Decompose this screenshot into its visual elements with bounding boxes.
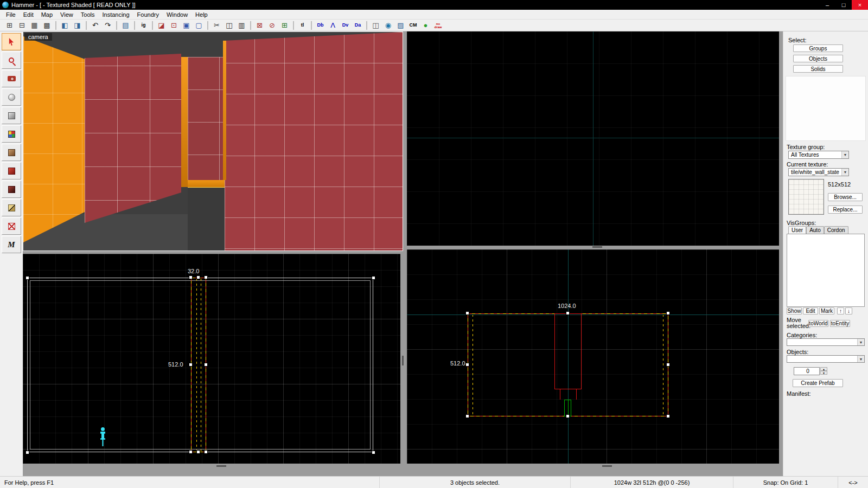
show-all-icon[interactable]: ⊞ <box>279 20 290 30</box>
globe-icon[interactable]: ◉ <box>382 20 394 30</box>
select-objects-button[interactable]: Objects <box>793 55 843 62</box>
overlay-grid-icon[interactable]: ▨ <box>395 20 406 30</box>
ignore-groups-icon[interactable]: ig <box>138 20 149 30</box>
no-draw-icon[interactable]: no draw <box>432 20 444 30</box>
hide-selected-icon[interactable]: ⊠ <box>254 20 265 30</box>
toggle-grid-icon[interactable]: ⊞ <box>4 20 15 30</box>
save-window-state-icon[interactable]: ◨ <box>72 20 83 30</box>
larger-grid-icon[interactable]: ▩ <box>41 20 53 30</box>
manifest-tool[interactable]: M <box>2 236 21 253</box>
menu-tools[interactable]: Tools <box>77 10 99 19</box>
selection-handle[interactable] <box>196 275 200 279</box>
splitter-handle[interactable] <box>592 246 602 248</box>
selection-handle[interactable] <box>372 451 375 454</box>
displacement-solid-icon[interactable]: Db <box>315 20 326 30</box>
ungroup-icon[interactable]: ▢ <box>193 20 205 30</box>
visgroup-edit-button[interactable]: Edit <box>803 307 818 314</box>
close-button[interactable]: × <box>852 0 868 10</box>
selection-handle[interactable] <box>189 363 193 367</box>
menu-foundry[interactable]: Foundry <box>133 10 163 19</box>
selection-handle[interactable] <box>666 414 670 418</box>
move-visgroup-up-button[interactable]: ↑ <box>837 307 844 314</box>
texture-application-tool[interactable] <box>2 125 21 143</box>
entity-tool[interactable] <box>2 88 21 106</box>
texture-lock-icon[interactable]: tl <box>297 20 308 30</box>
displacement-walkable-icon[interactable]: Dv <box>340 20 351 30</box>
redo-icon[interactable]: ↷ <box>102 20 113 30</box>
visgroup-show-button[interactable]: Show <box>787 307 802 314</box>
selection-handle[interactable] <box>566 311 570 315</box>
viewport-bottom-right[interactable]: 1024.0 512.0 <box>407 249 779 464</box>
hide-unselected-icon[interactable]: ⊘ <box>266 20 278 30</box>
menu-view[interactable]: View <box>56 10 77 19</box>
model-fade-icon[interactable]: ● <box>420 20 431 30</box>
maximize-button[interactable]: □ <box>835 0 852 10</box>
categories-dropdown[interactable]: ▼ <box>787 338 865 346</box>
vertex-tool[interactable] <box>2 217 21 235</box>
visgroup-list[interactable] <box>787 234 865 307</box>
paste-icon[interactable]: ▥ <box>236 20 247 30</box>
selection-handle[interactable] <box>666 363 670 367</box>
split-view-icon[interactable]: ◫ <box>370 20 381 30</box>
stepper-up-button[interactable]: ▲ <box>820 367 827 371</box>
clipping-tool[interactable] <box>2 199 21 216</box>
prefab-count-field[interactable]: 0 <box>794 367 820 375</box>
selection-handle[interactable] <box>465 311 469 315</box>
selection-handle[interactable] <box>465 414 469 418</box>
menu-edit[interactable]: Edit <box>20 10 37 19</box>
smaller-grid-icon[interactable]: ▦ <box>29 20 40 30</box>
object-properties-icon[interactable]: ▤ <box>120 20 131 30</box>
magnify-tool[interactable] <box>2 52 21 69</box>
create-prefab-button[interactable]: Create Prefab <box>793 379 843 387</box>
load-window-state-icon[interactable]: ◧ <box>59 20 71 30</box>
texture-group-dropdown[interactable]: All Textures ▼ <box>788 151 849 159</box>
selection-handle[interactable] <box>189 275 193 279</box>
viewport-top-right[interactable] <box>407 31 779 246</box>
menu-window[interactable]: Window <box>163 10 192 19</box>
visgroup-tab-auto[interactable]: Auto <box>806 226 824 234</box>
replace-button[interactable]: Replace... <box>828 206 863 214</box>
splitter-handle[interactable] <box>402 356 404 365</box>
apply-overlays-tool[interactable] <box>2 181 21 198</box>
minimize-button[interactable]: – <box>819 0 835 10</box>
undo-icon[interactable]: ↶ <box>90 20 101 30</box>
viewport-3d[interactable]: camera <box>23 31 403 251</box>
apply-decals-tool[interactable] <box>2 162 21 179</box>
carve-icon[interactable]: ◪ <box>156 20 167 30</box>
selection-handle[interactable] <box>204 363 208 367</box>
menu-file[interactable]: File <box>2 10 20 19</box>
toggle-3d-grid-icon[interactable]: ⊟ <box>16 20 28 30</box>
select-groups-button[interactable]: Groups <box>793 44 843 52</box>
to-world-button[interactable]: toWorld <box>808 320 828 327</box>
menu-map[interactable]: Map <box>37 10 56 19</box>
selection-handle[interactable] <box>25 276 29 280</box>
visgroup-tab-cordon[interactable]: Cordon <box>824 226 848 234</box>
block-tool[interactable] <box>2 107 21 124</box>
stepper-down-button[interactable]: ▼ <box>820 371 827 375</box>
objects-dropdown[interactable]: ▼ <box>787 355 865 363</box>
displacement-alpha-icon[interactable]: Da <box>352 20 363 30</box>
current-texture-dropdown[interactable]: tile/white_wall_state ▼ <box>788 168 849 176</box>
camera-tool[interactable] <box>2 70 21 87</box>
make-hollow-icon[interactable]: ⊡ <box>168 20 180 30</box>
selection-handle[interactable] <box>666 311 670 315</box>
to-entity-button[interactable]: toEntity <box>830 320 850 327</box>
apply-current-texture-tool[interactable] <box>2 144 21 161</box>
browse-button[interactable]: Browse... <box>828 193 863 201</box>
menu-help[interactable]: Help <box>192 10 212 19</box>
group-icon[interactable]: ▣ <box>181 20 192 30</box>
cut-icon[interactable]: ✂ <box>211 20 222 30</box>
menu-instancing[interactable]: Instancing <box>98 10 133 19</box>
viewport-bottom-left[interactable]: 32.0 512.0 <box>23 254 400 464</box>
selection-handle[interactable] <box>566 414 570 418</box>
visgroup-mark-button[interactable]: Mark <box>819 307 834 314</box>
displacement-normal-icon[interactable]: Λ <box>327 20 339 30</box>
selection-handle[interactable] <box>204 450 208 454</box>
visgroup-tab-user[interactable]: User <box>788 226 806 234</box>
move-visgroup-down-button[interactable]: ↓ <box>845 307 852 314</box>
selection-handle[interactable] <box>25 451 29 454</box>
selection-handle[interactable] <box>372 276 375 280</box>
selection-handle[interactable] <box>189 450 193 454</box>
selection-tool[interactable] <box>2 33 21 50</box>
splitter-handle[interactable] <box>602 465 612 467</box>
